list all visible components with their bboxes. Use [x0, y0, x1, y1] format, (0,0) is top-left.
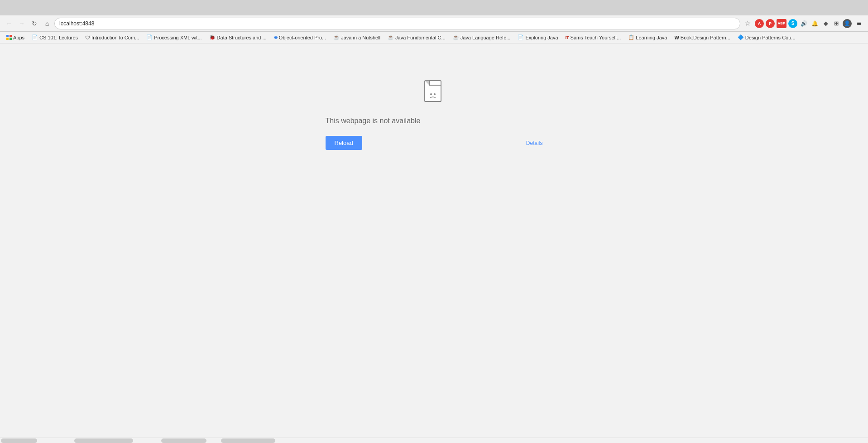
- cs101-label: CS 101: Lectures: [39, 35, 78, 40]
- page-icon-exploring: 📄: [518, 34, 524, 40]
- coffee-icon-java2: ☕: [388, 34, 394, 40]
- sams-icon: IT: [566, 35, 569, 40]
- bookmark-processing[interactable]: 📄 Processing XML wit...: [144, 34, 204, 41]
- svg-point-8: [430, 93, 432, 95]
- error-icon-wrapper: [326, 80, 543, 106]
- details-link[interactable]: Details: [526, 140, 543, 146]
- apps-grid-icon: [6, 35, 12, 40]
- page-content: This webpage is not available Reload Det…: [0, 43, 868, 443]
- bookmark-objpro[interactable]: ⊕ Object-oriented Pro...: [271, 34, 329, 41]
- coffee-icon-java3: ☕: [453, 34, 459, 40]
- bookmark-apps[interactable]: Apps: [4, 34, 27, 41]
- scroll-segment-4[interactable]: [221, 438, 275, 443]
- browser-chrome: ← → ↻ ⌂ ☆ A P ABP S 🔊 🔔 ◆ ⊞ 👤 ≡: [0, 0, 868, 43]
- designpat-label: Design Patterns Cou...: [745, 35, 796, 40]
- bookmark-bookdesign[interactable]: W Book:Design Pattern...: [671, 34, 733, 41]
- back-button[interactable]: ←: [4, 18, 14, 29]
- error-actions: Reload Details: [326, 136, 543, 150]
- bookmark-javanutsell[interactable]: ☕ Java in a Nutshell: [331, 34, 383, 41]
- chrome-menu-button[interactable]: ≡: [854, 18, 864, 29]
- pinterest-icon[interactable]: P: [766, 19, 775, 28]
- star-icon: ☆: [744, 19, 751, 28]
- bookmark-star-button[interactable]: ☆: [742, 18, 753, 29]
- bookmark-learningjava[interactable]: 📋 Learning Java: [625, 34, 670, 41]
- bottom-scrollbars: [0, 438, 868, 443]
- reload-button[interactable]: Reload: [326, 136, 362, 150]
- learningjava-label: Learning Java: [636, 35, 667, 40]
- logo-icon-objpro: ⊕: [274, 35, 278, 40]
- bookmark-designpat[interactable]: 🔷 Design Patterns Cou...: [735, 34, 798, 41]
- nav-bar: ← → ↻ ⌂ ☆ A P ABP S 🔊 🔔 ◆ ⊞ 👤 ≡: [0, 15, 868, 32]
- scroll-segment-2[interactable]: [74, 438, 133, 443]
- shield-icon-intro: 🛡: [85, 35, 90, 40]
- sams-label: Sams Teach Yourself...: [571, 35, 621, 40]
- javafund-label: Java Fundamental C...: [395, 35, 446, 40]
- exploringjava-label: Exploring Java: [525, 35, 558, 40]
- avast-icon[interactable]: A: [755, 19, 764, 28]
- bookmark-exploringjava[interactable]: 📄 Exploring Java: [515, 34, 561, 41]
- javanutsell-label: Java in a Nutshell: [341, 35, 380, 40]
- home-button[interactable]: ⌂: [42, 18, 53, 29]
- back-icon: ←: [6, 20, 12, 27]
- wiki-icon-book: W: [674, 35, 679, 40]
- scroll-segment-1[interactable]: [1, 438, 37, 443]
- forward-icon: →: [19, 20, 25, 27]
- bookdesign-label: Book:Design Pattern...: [681, 35, 730, 40]
- error-message: This webpage is not available: [326, 117, 421, 125]
- reload-button[interactable]: ↻: [29, 18, 40, 29]
- intro-label: Introduction to Com...: [91, 35, 139, 40]
- bookmark-intro[interactable]: 🛡 Introduction to Com...: [82, 34, 142, 41]
- page-icon-processing: 📄: [146, 34, 153, 40]
- bookmark-cs101[interactable]: 📄 CS 101: Lectures: [29, 34, 81, 41]
- mic-icon[interactable]: 🔊: [799, 19, 808, 28]
- ext-icon-6[interactable]: ⊞: [832, 19, 841, 28]
- apps-label: Apps: [13, 35, 24, 40]
- datastructs-label: Data Structures and ...: [217, 35, 267, 40]
- svg-rect-0: [425, 81, 441, 101]
- bookmarks-bar: Apps 📄 CS 101: Lectures 🛡 Introduction t…: [0, 32, 868, 43]
- abp-icon[interactable]: ABP: [777, 19, 786, 28]
- scroll-segment-3[interactable]: [161, 438, 206, 443]
- error-page-icon: [423, 80, 446, 106]
- address-bar[interactable]: [54, 18, 740, 29]
- bell-icon[interactable]: 🔔: [810, 19, 819, 28]
- user-icon[interactable]: 👤: [843, 19, 852, 28]
- tab-bar: [0, 0, 868, 15]
- bookmark-javalang[interactable]: ☕ Java Language Refe...: [450, 34, 513, 41]
- reload-icon: ↻: [32, 20, 37, 27]
- extensions-area: A P ABP S 🔊 🔔 ◆ ⊞ 👤: [755, 19, 852, 28]
- bookmark-datastructs[interactable]: 🐞 Data Structures and ...: [206, 34, 269, 41]
- ext-icon-5[interactable]: ◆: [821, 19, 830, 28]
- dp-icon: 🔷: [738, 34, 744, 40]
- processing-label: Processing XML wit...: [154, 35, 201, 40]
- svg-point-9: [434, 93, 436, 95]
- page-icon-cs101: 📄: [32, 34, 38, 40]
- error-container: This webpage is not available Reload Det…: [326, 80, 543, 150]
- text-icon-learning: 📋: [628, 34, 634, 40]
- hamburger-icon: ≡: [857, 19, 861, 28]
- bug-icon-datastructs: 🐞: [209, 34, 216, 40]
- skype-icon[interactable]: S: [788, 19, 797, 28]
- home-icon: ⌂: [45, 20, 49, 27]
- bookmark-sams[interactable]: IT Sams Teach Yourself...: [563, 34, 624, 41]
- javalang-label: Java Language Refe...: [460, 35, 511, 40]
- forward-button[interactable]: →: [16, 18, 27, 29]
- objpro-label: Object-oriented Pro...: [279, 35, 326, 40]
- coffee-icon-java1: ☕: [333, 34, 340, 40]
- bookmark-javafund[interactable]: ☕ Java Fundamental C...: [385, 34, 448, 41]
